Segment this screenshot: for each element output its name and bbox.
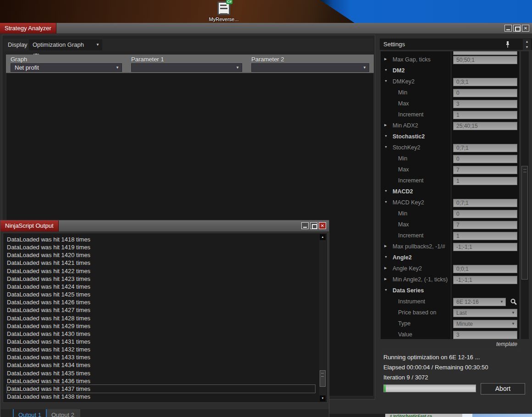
- output-line[interactable]: DataLoaded was hit 1432 times: [7, 346, 90, 353]
- output-line[interactable]: DataLoaded was hit 1427 times: [7, 306, 90, 314]
- output-line[interactable]: DataLoaded was hit 1429 times: [7, 322, 90, 330]
- property-value-max[interactable]: 7: [453, 166, 517, 174]
- scroll-up-icon[interactable]: ▲: [320, 234, 326, 240]
- property-label: Price based on: [398, 309, 436, 316]
- settings-header: Settings ▲ ▼: [380, 38, 532, 50]
- search-icon[interactable]: [510, 298, 517, 306]
- parameter1-dropdown[interactable]: ▼: [131, 63, 242, 72]
- expand-arrow-icon[interactable]: ▶: [384, 277, 387, 281]
- maximize-button[interactable]: [310, 222, 317, 229]
- property-value-price-based-on[interactable]: Last▼: [453, 309, 517, 317]
- property-value-text: Last: [456, 310, 467, 316]
- output-line[interactable]: DataLoaded was hit 1433 times: [7, 353, 90, 361]
- scroll-down-icon[interactable]: ▼: [320, 395, 326, 401]
- property-value-min[interactable]: 0: [453, 155, 517, 163]
- property-value-max-pullbacks2-1[interactable]: -1;-1;1: [453, 243, 517, 251]
- ninjascript-output-title-tab[interactable]: NinjaScript Output: [0, 220, 59, 231]
- settings-scrollbar[interactable]: [521, 51, 529, 339]
- collapse-arrow-icon[interactable]: ▼: [384, 79, 388, 82]
- collapse-arrow-icon[interactable]: ▼: [384, 288, 388, 291]
- close-button[interactable]: ✕: [522, 25, 529, 32]
- property-value-instrument[interactable]: 6E 12-16▼: [453, 298, 506, 306]
- property-value-min-angle2-1-ticks[interactable]: -1;-1;1: [453, 276, 517, 284]
- property-value-text: -1;-1;1: [456, 244, 472, 250]
- output-scrollbar[interactable]: ▲ ▼: [319, 234, 326, 401]
- ninjascript-output-titlebar[interactable]: NinjaScript Output ✕: [0, 220, 329, 231]
- chevron-down-icon[interactable]: ▼: [511, 320, 515, 328]
- output-line[interactable]: DataLoaded was hit 1424 times: [7, 283, 90, 291]
- chevron-down-icon[interactable]: ▼: [500, 298, 504, 306]
- strategy-analyzer-titlebar[interactable]: Strategy Analyzer ✕: [0, 23, 532, 33]
- output-line[interactable]: DataLoaded was hit 1438 times: [7, 393, 90, 401]
- settings-scrollbar-thumb[interactable]: [521, 166, 528, 280]
- scroll-down-icon[interactable]: ▼: [523, 44, 531, 50]
- clipped-input-box[interactable]: [453, 51, 517, 55]
- output-line[interactable]: DataLoaded was hit 1430 times: [7, 330, 90, 338]
- pin-icon[interactable]: [504, 40, 511, 49]
- output-line[interactable]: DataLoaded was hit 1423 times: [7, 275, 90, 283]
- chevron-down-icon[interactable]: ▼: [511, 309, 515, 317]
- chevron-down-icon: ▼: [363, 64, 366, 71]
- expand-arrow-icon[interactable]: ▶: [384, 266, 387, 270]
- output-scrollbar-thumb[interactable]: [320, 370, 326, 387]
- expand-arrow-icon[interactable]: ▶: [384, 57, 387, 61]
- desktop-icon-myreverse[interactable]: C# MyReverse...: [209, 1, 239, 22]
- tab-output-1[interactable]: Output 1: [13, 409, 47, 417]
- property-value-min-adx2[interactable]: 25;40;15: [453, 122, 517, 130]
- output-line[interactable]: DataLoaded was hit 1426 times: [7, 298, 90, 306]
- property-value-increment[interactable]: 1: [453, 111, 517, 119]
- output-line[interactable]: DataLoaded was hit 1425 times: [7, 291, 90, 298]
- settings-scroll-spinner: ▲ ▼: [523, 39, 531, 50]
- property-value-max-gap-ticks[interactable]: 50;50;1: [453, 56, 517, 64]
- expand-arrow-icon[interactable]: ▶: [384, 244, 387, 248]
- output-line[interactable]: DataLoaded was hit 1436 times: [7, 377, 90, 385]
- settings-group-angle2: ▼Angle2: [381, 253, 519, 264]
- abort-button[interactable]: Abort: [481, 383, 525, 395]
- maximize-button[interactable]: [513, 25, 521, 32]
- close-button[interactable]: ✕: [319, 222, 326, 229]
- collapse-arrow-icon[interactable]: ▼: [384, 68, 388, 71]
- output-line[interactable]: DataLoaded was hit 1435 times: [7, 369, 90, 377]
- property-value-value[interactable]: 3: [453, 331, 517, 339]
- parameter2-dropdown[interactable]: ▼: [251, 63, 369, 72]
- output-line[interactable]: DataLoaded was hit 1419 times: [7, 243, 90, 251]
- output-line[interactable]: DataLoaded was hit 1421 times: [7, 259, 90, 267]
- property-value-min[interactable]: 0: [453, 89, 517, 97]
- property-value-type[interactable]: Minute▼: [453, 320, 517, 328]
- output-line-focused[interactable]: DataLoaded was hit 1437 times: [7, 385, 315, 393]
- template-link[interactable]: template: [496, 341, 517, 347]
- property-value-max[interactable]: 7: [453, 221, 517, 229]
- tab-output-2[interactable]: Output 2: [47, 409, 80, 417]
- expand-arrow-icon[interactable]: ▶: [384, 123, 387, 127]
- output-line[interactable]: DataLoaded was hit 1431 times: [7, 338, 90, 346]
- property-value-max[interactable]: 3: [453, 100, 517, 108]
- minimize-button[interactable]: [504, 25, 512, 32]
- graph-dropdown[interactable]: Net profit ▼: [11, 63, 122, 72]
- property-value-macd-key2[interactable]: 0;7;1: [453, 199, 517, 207]
- display-mode-dropdown[interactable]: Optimization Graph ($) ▼: [29, 39, 102, 50]
- property-value-increment[interactable]: 1: [453, 177, 517, 185]
- output-line[interactable]: DataLoaded was hit 1420 times: [7, 251, 90, 259]
- collapse-arrow-icon[interactable]: ▼: [384, 200, 388, 203]
- collapse-arrow-icon[interactable]: ▼: [384, 255, 388, 258]
- property-value-stochkey2[interactable]: 0;7;1: [453, 144, 517, 152]
- property-value-text: 0: [456, 211, 460, 217]
- output-line[interactable]: DataLoaded was hit 1428 times: [7, 314, 90, 322]
- strategy-analyzer-title-tab[interactable]: Strategy Analyzer: [0, 23, 56, 33]
- collapse-arrow-icon[interactable]: ▼: [384, 134, 388, 137]
- ninjascript-output-window: NinjaScript Output ✕ ▲ ▼ DataLoaded was …: [0, 220, 329, 417]
- settings-row-increment: Increment1: [381, 176, 519, 187]
- output-line[interactable]: DataLoaded was hit 1422 times: [7, 267, 90, 275]
- collapse-arrow-icon[interactable]: ▼: [384, 189, 388, 192]
- scroll-up-icon[interactable]: ▲: [523, 39, 531, 44]
- collapse-arrow-icon[interactable]: ▼: [384, 145, 388, 148]
- property-value-dmkey2[interactable]: 0;3;1: [453, 78, 517, 86]
- property-value-text: 0;3;1: [456, 79, 469, 85]
- minimize-button[interactable]: [301, 222, 309, 229]
- property-value-min[interactable]: 0: [453, 210, 517, 218]
- output-line[interactable]: DataLoaded was hit 1434 times: [7, 361, 90, 369]
- property-value-angle-key2[interactable]: 0;0;1: [453, 265, 517, 273]
- output-line[interactable]: DataLoaded was hit 1418 times: [7, 236, 90, 243]
- property-value-increment[interactable]: 1: [453, 232, 517, 240]
- property-label: Min Angle2, (-1, ticks): [393, 276, 448, 283]
